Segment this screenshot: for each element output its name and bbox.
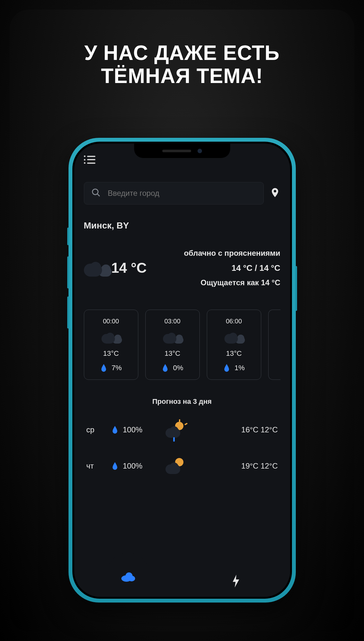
- cloud-icon: [101, 331, 121, 344]
- hourly-precip: 7%: [100, 363, 122, 372]
- phone-camera: [198, 149, 202, 153]
- hourly-temp: 13°C: [165, 349, 180, 358]
- hourly-precip: 1%: [223, 363, 245, 372]
- daily-forecast: ср 100%: [84, 422, 280, 472]
- phone-volume-down: [67, 296, 69, 329]
- day-precip: 100%: [111, 425, 153, 434]
- hourly-time: 06:00: [226, 318, 242, 325]
- phone-power-button: [295, 266, 297, 311]
- day-weather-icon: [162, 458, 188, 474]
- svg-line-1: [97, 194, 100, 196]
- hourly-card[interactable]: 00:00 13°C 7%: [84, 310, 138, 380]
- menu-icon[interactable]: [84, 155, 95, 164]
- search-input[interactable]: [108, 189, 256, 198]
- location-label: Минск, BY: [84, 221, 280, 231]
- day-name: ср: [86, 425, 102, 434]
- high-low-temp: 14 °C / 14 °C: [156, 263, 280, 273]
- day-temps: 16°C 12°C: [197, 425, 278, 434]
- hourly-temp: 13°C: [103, 349, 119, 358]
- raindrop-icon: [162, 363, 169, 372]
- day-high: 19°C: [241, 462, 259, 470]
- forecast-title: Прогноз на 3 дня: [84, 397, 280, 406]
- day-low: 12°C: [261, 462, 278, 470]
- svg-point-4: [128, 576, 135, 581]
- promo-headline: У НАС ДАЖЕ ЕСТЬ ТЁМНАЯ ТЕМА!: [0, 42, 364, 87]
- day-precip: 100%: [111, 462, 153, 470]
- weather-description: облачно с прояснениями: [156, 248, 280, 258]
- raindrop-icon: [111, 425, 118, 434]
- daily-row[interactable]: чт 100% 19°C: [86, 460, 278, 472]
- current-weather-icon: [84, 259, 110, 277]
- day-temps: 19°C 12°C: [197, 462, 278, 470]
- day-precip-value: 100%: [123, 462, 142, 470]
- search-row: [84, 182, 280, 204]
- headline-line-1: У НАС ДАЖЕ ЕСТЬ: [0, 42, 364, 65]
- weather-app: Минск, BY 14 °C облачно с прояснениями 1…: [74, 144, 290, 597]
- current-temperature: 14 °C: [111, 260, 147, 276]
- hourly-forecast[interactable]: 00:00 13°C 7% 03:00 13°C: [84, 310, 280, 380]
- current-weather: 14 °C облачно с прояснениями 14 °C / 14 …: [84, 248, 280, 287]
- location-pin-icon[interactable]: [270, 187, 280, 199]
- search-icon: [91, 188, 101, 199]
- hourly-precip-value: 1%: [235, 364, 245, 372]
- feels-like-temp: Ощущается как 14 °C: [156, 278, 280, 287]
- hourly-temp: 13°C: [226, 349, 242, 358]
- svg-point-0: [92, 189, 98, 195]
- hourly-card[interactable]: 03:00 13°C 0%: [145, 310, 200, 380]
- sun-cloud-icon: [164, 458, 186, 474]
- phone-notch: [134, 144, 230, 158]
- nav-tab-alerts[interactable]: [182, 566, 290, 597]
- phone-volume-up: [67, 256, 69, 288]
- phone-mute-switch: [67, 228, 69, 245]
- day-name: чт: [86, 462, 102, 470]
- lightning-icon: [231, 575, 241, 589]
- hourly-precip: 0%: [162, 363, 183, 372]
- daily-row[interactable]: ср 100%: [86, 422, 278, 438]
- day-weather-icon: [162, 422, 188, 438]
- sun-rain-icon: [164, 422, 186, 438]
- hourly-card-partial[interactable]: [268, 310, 280, 380]
- day-low: 12°C: [261, 425, 278, 434]
- hourly-card[interactable]: 06:00 13°C 1%: [207, 310, 261, 380]
- phone-screen: Минск, BY 14 °C облачно с прояснениями 1…: [74, 144, 290, 597]
- raindrop-icon: [111, 462, 118, 470]
- raindrop-icon: [100, 363, 107, 372]
- day-precip-value: 100%: [123, 425, 142, 434]
- cloud-icon: [121, 571, 135, 582]
- hourly-time: 03:00: [164, 318, 180, 325]
- day-high: 16°C: [241, 425, 259, 434]
- raindrop-icon: [223, 363, 230, 372]
- nav-tab-weather[interactable]: [74, 566, 182, 597]
- cloud-icon: [163, 331, 182, 344]
- hourly-precip-value: 7%: [112, 364, 122, 372]
- phone-speaker: [162, 150, 191, 152]
- phone-frame: Минск, BY 14 °C облачно с прояснениями 1…: [69, 138, 296, 603]
- cloud-icon: [224, 331, 244, 344]
- bottom-nav: [74, 566, 290, 597]
- hourly-precip-value: 0%: [173, 364, 183, 372]
- headline-line-2: ТЁМНАЯ ТЕМА!: [0, 65, 364, 88]
- search-box[interactable]: [84, 182, 264, 204]
- hourly-time: 00:00: [103, 318, 119, 325]
